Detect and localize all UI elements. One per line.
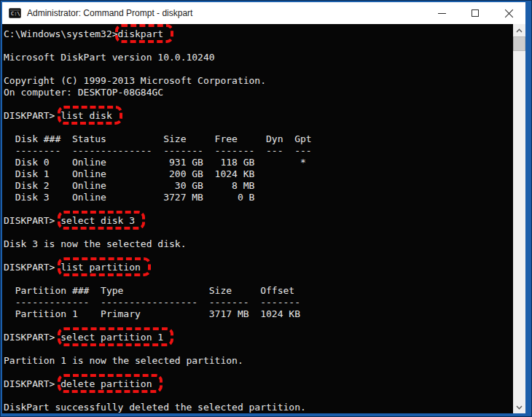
terminal-line: DiskPart successfully deleted the select…	[4, 402, 513, 413]
terminal-line	[4, 122, 513, 133]
terminal-line: Disk 2 Online 30 GB 8 MB	[4, 180, 513, 192]
terminal-lines: C:\Windows\system32>diskpartMicrosoft Di…	[4, 28, 513, 413]
terminal-line	[4, 367, 513, 378]
terminal-text: -------- -------------- ------- ------- …	[4, 145, 312, 156]
terminal-line: Disk 1 Online 200 GB 1024 KB	[4, 168, 513, 180]
terminal-text: Disk 2 Online 30 GB 8 MB	[4, 180, 254, 191]
maximize-button[interactable]	[458, 2, 492, 24]
terminal-text: Partition ### Type Size Offset	[4, 285, 294, 296]
command-prompt-window: C:\ Administrator: Command Prompt - disk…	[1, 1, 531, 416]
maximize-icon	[472, 9, 479, 17]
window-frame: C:\ Administrator: Command Prompt - disk…	[0, 0, 532, 417]
terminal-text: Partition 1 Primary 3717 MB 1024 KB	[4, 308, 300, 319]
terminal-line: DISKPART> select partition 1	[4, 332, 513, 343]
terminal-line	[4, 390, 513, 402]
terminal-text: Disk 1 Online 200 GB 1024 KB	[4, 168, 254, 179]
terminal-line	[4, 273, 513, 285]
scroll-down-button[interactable]	[513, 401, 525, 413]
scroll-up-button[interactable]	[513, 24, 525, 36]
terminal-line: -------- -------------- ------- ------- …	[4, 145, 513, 157]
terminal-line: Partition 1 Primary 3717 MB 1024 KB	[4, 308, 513, 320]
terminal-text: Microsoft DiskPart version 10.0.10240	[4, 52, 215, 63]
terminal-text: On computer: DESKTOP-08G84GC	[4, 87, 163, 98]
terminal-line	[4, 203, 513, 215]
chevron-down-icon	[516, 405, 523, 410]
terminal-text: Disk 0 Online 931 GB 118 GB *	[4, 157, 306, 168]
terminal-text: Disk ### Status Size Free Dyn Gpt	[4, 133, 312, 144]
terminal-text: DISKPART>	[4, 332, 60, 343]
highlighted-command: delete partition	[60, 378, 152, 390]
terminal-line: DISKPART> list disk	[4, 110, 513, 122]
terminal-text: DiskPart successfully deleted the select…	[4, 402, 306, 413]
scrollbar-thumb[interactable]	[513, 36, 525, 51]
terminal-text: Disk 3 Online 3727 MB 0 B	[4, 192, 254, 203]
terminal-line	[4, 227, 513, 238]
terminal-line: Disk ### Status Size Free Dyn Gpt	[4, 133, 513, 145]
terminal-line	[4, 63, 513, 75]
highlighted-command: list partition	[60, 262, 141, 273]
highlighted-command: select disk 3	[60, 215, 135, 227]
window-controls	[425, 2, 525, 24]
title-bar[interactable]: C:\ Administrator: Command Prompt - disk…	[2, 2, 525, 24]
close-button[interactable]	[492, 2, 525, 24]
scrollbar-track[interactable]	[513, 51, 525, 401]
terminal-line: DISKPART> delete partition	[4, 378, 513, 390]
terminal-text: ------------- ----------------- ------- …	[4, 297, 300, 308]
terminal-text: DISKPART>	[4, 262, 60, 273]
terminal-line: On computer: DESKTOP-08G84GC	[4, 87, 513, 98]
highlighted-command: select partition 1	[60, 332, 163, 343]
terminal-output[interactable]: C:\Windows\system32>diskpartMicrosoft Di…	[2, 24, 525, 413]
terminal-text: Disk 3 is now the selected disk.	[4, 238, 186, 249]
highlighted-command: list disk	[60, 110, 112, 122]
highlighted-command: diskpart	[118, 28, 164, 40]
cmd-icon-label: C:\	[9, 12, 20, 17]
minimize-icon	[438, 13, 446, 14]
terminal-line: DISKPART> select disk 3	[4, 215, 513, 227]
terminal-line: Disk 3 Online 3727 MB 0 B	[4, 192, 513, 203]
terminal-line: ------------- ----------------- ------- …	[4, 297, 513, 308]
terminal-line	[4, 40, 513, 52]
chevron-up-icon	[516, 28, 523, 33]
terminal-line: DISKPART> list partition	[4, 262, 513, 273]
terminal-text: DISKPART>	[4, 110, 60, 121]
terminal-line	[4, 98, 513, 110]
cmd-icon: C:\	[9, 8, 21, 18]
cmd-icon-titlebar	[10, 9, 20, 11]
terminal-line: Disk 3 is now the selected disk.	[4, 238, 513, 250]
terminal-line: Partition 1 is now the selected partitio…	[4, 355, 513, 367]
window-title: Administrator: Command Prompt - diskpart	[27, 8, 425, 18]
minimize-button[interactable]	[425, 2, 458, 24]
terminal-line: Disk 0 Online 931 GB 118 GB *	[4, 157, 513, 168]
vertical-scrollbar[interactable]	[513, 24, 525, 413]
close-icon	[504, 9, 514, 18]
terminal-text: C:\Windows\system32>	[4, 28, 118, 39]
terminal-line	[4, 250, 513, 262]
terminal-line: Microsoft DiskPart version 10.0.10240	[4, 52, 513, 63]
terminal-line: Copyright (C) 1999-2013 Microsoft Corpor…	[4, 75, 513, 87]
terminal-line	[4, 343, 513, 355]
terminal-line: Partition ### Type Size Offset	[4, 285, 513, 297]
terminal-text: Copyright (C) 1999-2013 Microsoft Corpor…	[4, 75, 266, 86]
terminal-text: DISKPART>	[4, 215, 60, 226]
terminal-line	[4, 320, 513, 332]
terminal-line: C:\Windows\system32>diskpart	[4, 28, 513, 40]
terminal-text: DISKPART>	[4, 378, 60, 389]
terminal-text: Partition 1 is now the selected partitio…	[4, 355, 243, 366]
